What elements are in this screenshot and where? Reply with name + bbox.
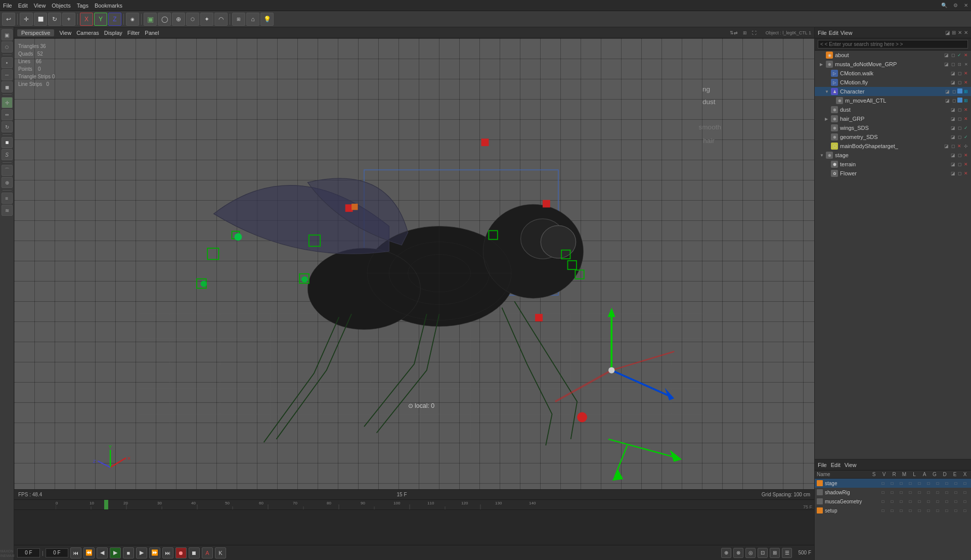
- obj-item-about[interactable]: ◉ about ◪ ◻ ✓ ✕: [815, 51, 971, 60]
- point-mode-btn[interactable]: •: [2, 57, 13, 68]
- mm-vis[interactable]: ◪: [944, 98, 950, 104]
- model-mode-btn[interactable]: ▣: [2, 29, 13, 40]
- obj-item-geometry-sds[interactable]: ⊕ geometry_SDS ◪ ◻ ✓: [815, 132, 971, 142]
- x-axis-button[interactable]: X: [80, 13, 93, 26]
- tl-icon-6[interactable]: ☰: [782, 548, 792, 558]
- rp-menu-view[interactable]: View: [841, 30, 853, 36]
- hg-lock[interactable]: ◻: [956, 116, 962, 122]
- stage-flag-l[interactable]: □: [915, 481, 923, 486]
- magnet-btn[interactable]: S: [2, 149, 13, 160]
- menu-file[interactable]: File: [3, 3, 12, 9]
- ws-vis[interactable]: ◪: [950, 125, 956, 131]
- cf-vis[interactable]: ◪: [950, 79, 956, 85]
- object-list[interactable]: ◉ about ◪ ◻ ✓ ✕ ▶ ⊕ musta_doNotMove_GRP …: [815, 51, 971, 459]
- alt-frame-input[interactable]: [46, 548, 68, 557]
- su-flag-r[interactable]: □: [897, 508, 905, 513]
- about-vis[interactable]: ◪: [943, 52, 949, 58]
- mg-flag-x[interactable]: □: [961, 499, 969, 504]
- stage-flag-v[interactable]: □: [888, 481, 896, 486]
- menu-view[interactable]: View: [34, 3, 46, 9]
- polygon-mode-btn[interactable]: ◼: [2, 81, 13, 92]
- undo-button[interactable]: ↩: [2, 13, 15, 26]
- vp-menu-filter[interactable]: Filter: [127, 30, 140, 36]
- cw-x[interactable]: ✕: [963, 70, 969, 76]
- su-flag-x[interactable]: □: [961, 508, 969, 513]
- mg-flag-g[interactable]: □: [934, 499, 942, 504]
- viewport-canvas[interactable]: Triangles 36 Quads 52 Lines 66 Points 0 …: [14, 38, 814, 489]
- sr-flag-v[interactable]: □: [888, 490, 896, 495]
- stage-flag-d[interactable]: □: [943, 481, 951, 486]
- stop-btn[interactable]: ■: [123, 547, 134, 558]
- goto-start-btn[interactable]: ⏮: [70, 547, 81, 558]
- mg-flag-d[interactable]: □: [943, 499, 951, 504]
- next-frame-btn[interactable]: ▶: [136, 547, 147, 558]
- sr-flag-s[interactable]: □: [879, 490, 887, 495]
- wrap-button[interactable]: ⊕: [172, 13, 185, 26]
- timeline-ruler[interactable]: 0 10 20 30 40 50 60 70 80 90 100 110: [14, 500, 814, 510]
- stop-record-btn[interactable]: ⏹: [189, 547, 200, 558]
- musta-ctrl2[interactable]: ✕: [963, 61, 969, 67]
- mb-vis[interactable]: ◪: [943, 143, 949, 149]
- obj-item-stage[interactable]: ▼ ⊕ stage ◪ ◻ ✕: [815, 151, 971, 160]
- scale-tool-btn[interactable]: ⇔: [2, 109, 13, 120]
- cw-lock[interactable]: ◻: [956, 70, 962, 76]
- mograph-button[interactable]: ✦: [200, 13, 213, 26]
- hg-x[interactable]: ✕: [963, 116, 969, 122]
- brp-menu-edit[interactable]: Edit: [831, 462, 841, 468]
- vp-menu-panel[interactable]: Panel: [145, 30, 159, 36]
- world-button[interactable]: ◉: [126, 13, 139, 26]
- su-flag-g[interactable]: □: [934, 508, 942, 513]
- sr-flag-g[interactable]: □: [934, 490, 942, 495]
- edge-mode-btn[interactable]: ─: [2, 69, 13, 80]
- snap-btn[interactable]: 🔲: [2, 137, 13, 148]
- obj-item-hair-grp[interactable]: ▶ ⊕ hair_GRP ◪ ◻ ✕: [815, 114, 971, 123]
- sr-flag-a[interactable]: □: [924, 490, 933, 495]
- record-btn[interactable]: ⏺: [175, 547, 187, 558]
- tr-vis[interactable]: ◪: [950, 161, 956, 167]
- spline-button[interactable]: ◠: [214, 13, 228, 26]
- obj-item-mainbody[interactable]: ⬡ mainBodyShapetarget_ ◪ ◻ ✕ ⊹: [815, 142, 971, 151]
- su-flag-s[interactable]: □: [879, 508, 887, 513]
- mg-flag-l[interactable]: □: [915, 499, 923, 504]
- char-vis[interactable]: ◪: [944, 88, 950, 95]
- su-flag-e[interactable]: □: [952, 508, 960, 513]
- sim-btn[interactable]: ≋: [2, 205, 13, 216]
- mg-flag-e[interactable]: □: [952, 499, 960, 504]
- timeline-tracks[interactable]: [14, 510, 814, 545]
- texture-mode-btn[interactable]: ⬡: [2, 41, 13, 53]
- mb-lock[interactable]: ◻: [950, 143, 956, 149]
- sphere-button[interactable]: ◯: [158, 13, 171, 26]
- obj-item-musta[interactable]: ▶ ⊕ musta_doNotMove_GRP ◪ ◻ ⊡ ✕: [815, 60, 971, 69]
- obj-item-dust[interactable]: ⊕ dust ◪ ◻ ✕: [815, 105, 971, 114]
- obj-item-wings-sds[interactable]: ⊕ wings_SDS ◪ ◻ ✓: [815, 123, 971, 132]
- tl-icon-5[interactable]: ⊞: [770, 548, 780, 558]
- tl-icon-4[interactable]: ⊡: [758, 548, 768, 558]
- prev-key-btn[interactable]: ⏪: [83, 547, 95, 558]
- stage-flag-x[interactable]: □: [961, 481, 969, 486]
- mb-ctrl[interactable]: ⊹: [963, 143, 969, 149]
- sr-flag-r[interactable]: □: [897, 490, 905, 495]
- nurbs-button[interactable]: ⬡: [186, 13, 199, 26]
- cf-lock[interactable]: ◻: [956, 79, 962, 85]
- mm-ctrl[interactable]: ⊞: [963, 98, 969, 104]
- menu-objects[interactable]: Objects: [52, 3, 70, 9]
- auto-key-btn[interactable]: A: [202, 547, 213, 558]
- su-flag-a[interactable]: □: [924, 508, 933, 513]
- rotate-tool-button[interactable]: ↻: [48, 13, 61, 26]
- brp-menu-file[interactable]: File: [818, 462, 827, 468]
- light-button[interactable]: 💡: [260, 13, 274, 26]
- header-search[interactable]: 🔍: [941, 3, 947, 8]
- tr-x[interactable]: ✕: [963, 161, 969, 167]
- scale-tool-button[interactable]: ⬜: [34, 13, 47, 26]
- move-tool-button[interactable]: ✛: [20, 13, 33, 26]
- tr-lock[interactable]: ◻: [956, 161, 962, 167]
- st-vis[interactable]: ◪: [950, 152, 956, 158]
- mg-flag-m[interactable]: □: [906, 499, 914, 504]
- vp-menu-display[interactable]: Display: [104, 30, 122, 36]
- su-flag-m[interactable]: □: [906, 508, 914, 513]
- y-axis-button[interactable]: Y: [94, 13, 107, 26]
- stage-flag-a[interactable]: □: [924, 481, 933, 486]
- obj-item-character[interactable]: ▼ ♟ Character ◪ ◻ ⊞: [815, 87, 971, 96]
- stage-flag-e[interactable]: □: [952, 481, 960, 486]
- sr-flag-l[interactable]: □: [915, 490, 923, 495]
